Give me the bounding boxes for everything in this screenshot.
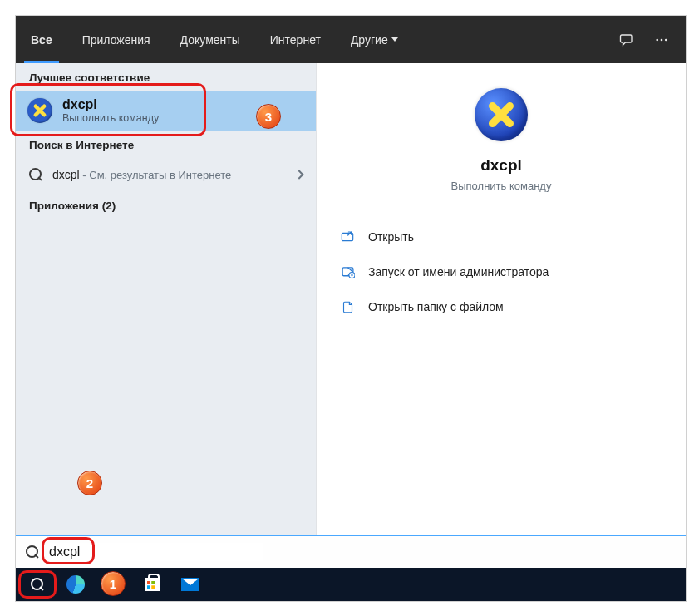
tab-all[interactable]: Все [16,16,67,63]
action-run-admin-label: Запуск от имени администратора [368,265,549,278]
action-open-label: Открыть [368,230,414,244]
open-icon [340,229,355,244]
detail-title: dxcpl [480,156,522,175]
dxcpl-large-icon [475,88,528,141]
action-open[interactable]: Открыть [338,219,664,254]
search-input[interactable] [47,543,263,561]
web-result-item[interactable]: dxcpl - См. результаты в Интернете [16,158,316,191]
action-open-folder[interactable]: Открыть папку с файлом [338,289,664,324]
group-header-web: Поиск в Интернете [16,131,316,158]
best-match-sub: Выполнить команду [62,112,159,124]
search-icon [29,168,42,181]
search-panel: Все Приложения Документы Интернет Другие… [15,15,687,602]
taskbar-search-button[interactable] [19,568,56,601]
more-icon [654,32,669,47]
more-button[interactable] [644,32,679,47]
feedback-icon [619,32,634,47]
taskbar-mail[interactable] [172,568,209,601]
filter-tabs: Все Приложения Документы Интернет Другие [16,16,686,63]
admin-icon [340,264,355,279]
tab-other-label: Другие [351,33,388,47]
web-hint: - См. результаты в Интернете [80,169,232,181]
edge-icon [66,575,85,594]
results-pane: Лучшее соответствие dxcpl Выполнить кома… [16,63,317,535]
mail-icon [181,578,199,591]
feedback-button[interactable] [609,32,644,47]
detail-pane: dxcpl Выполнить команду Открыть Запуск о… [317,63,686,535]
detail-sub: Выполнить команду [451,180,552,192]
web-term: dxcpl [52,168,80,181]
taskbar-edge[interactable] [57,568,94,601]
tab-documents[interactable]: Документы [165,16,255,63]
action-open-folder-label: Открыть папку с файлом [368,300,504,313]
search-bar [16,535,686,568]
svg-point-2 [665,38,667,41]
action-run-admin[interactable]: Запуск от имени администратора [338,254,664,289]
group-header-best: Лучшее соответствие [16,63,316,91]
best-match-title: dxcpl [62,97,159,112]
svg-point-0 [656,38,658,41]
annotation-1-badge: 1 [101,571,126,596]
search-icon [26,545,39,559]
group-header-apps: Приложения (2) [16,191,316,219]
taskbar: 1 [16,568,686,601]
taskbar-store[interactable] [134,568,170,601]
store-icon [145,578,160,591]
best-match-item[interactable]: dxcpl Выполнить команду 3 [16,91,316,131]
search-icon [31,578,44,591]
svg-point-1 [661,38,663,41]
chevron-down-icon [391,37,398,42]
tab-other[interactable]: Другие [336,16,413,63]
file-location-icon [340,299,355,314]
dxcpl-icon [27,98,52,123]
tab-internet[interactable]: Интернет [255,16,336,63]
annotation-3-badge: 3 [256,104,281,129]
chevron-right-icon [294,170,303,179]
tab-apps[interactable]: Приложения [67,16,165,63]
